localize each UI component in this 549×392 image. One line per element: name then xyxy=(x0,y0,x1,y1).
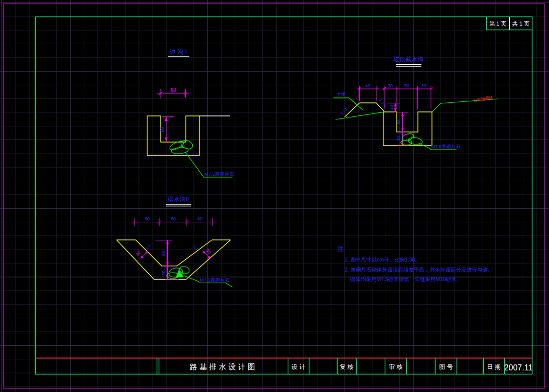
note-item-2: 2. 浆砌片石砌体外露顶面须整平面，其余外露部分应进行勾缝。 xyxy=(345,267,493,273)
dim-freeboard: 20 xyxy=(387,103,400,112)
svg-text:60: 60 xyxy=(171,216,176,221)
channel-section xyxy=(383,112,432,146)
date-label: 日 期 xyxy=(487,363,500,370)
dim-base-value: 30 xyxy=(396,136,401,141)
material-label: M7.5浆砌片石 xyxy=(431,144,461,149)
dim-depth-base: 60 30 xyxy=(155,240,179,280)
material-leader xyxy=(418,143,431,149)
drawing-no-label: 图 号 xyxy=(439,363,453,370)
svg-text:30: 30 xyxy=(135,250,142,257)
dim-wall-left: 30 xyxy=(388,83,393,88)
dim-top-row: 60 60 60 xyxy=(132,216,215,226)
dim-bank-top: 40 xyxy=(365,83,370,88)
date-value: 2007.11 xyxy=(504,363,533,372)
slope-label-right: 1:1 xyxy=(192,244,199,252)
dim-width-value: 60 xyxy=(170,87,176,93)
dim-lining-right: 30 xyxy=(203,248,212,258)
material-leader xyxy=(184,276,199,282)
svg-text:20: 20 xyxy=(389,105,394,110)
dim-opening: 50 xyxy=(404,83,409,88)
dim-wall-right: 30 xyxy=(421,83,426,88)
notes-heading: 注 xyxy=(338,245,344,252)
dim-depth: 60 xyxy=(160,117,174,142)
review-label: 复 核 xyxy=(340,363,353,370)
svg-text:60: 60 xyxy=(197,216,202,221)
side-ditch-title: 边 沟 I xyxy=(170,48,187,55)
note-item-1: 1. 图中尺寸以cm计，比例1:30。 xyxy=(345,256,420,263)
audit-label: 审 核 xyxy=(389,363,402,370)
drain-title: 排水沟II xyxy=(168,196,189,203)
material-label: M7.5浆砌片石 xyxy=(204,171,235,177)
inner-frame xyxy=(36,17,532,374)
material-leader-tail xyxy=(226,283,233,288)
design-label: 设 计 xyxy=(291,363,305,370)
bank-label-leader xyxy=(349,98,363,110)
channel-outer xyxy=(117,240,231,280)
sheet-frame xyxy=(4,4,545,388)
ground-line-right xyxy=(432,99,498,112)
material-label: M7.5浆砌片石 xyxy=(200,277,230,283)
page-total: 共 1 页 xyxy=(512,21,529,27)
drawing-intercepting-ditch: 坡顶截水沟 自然地面线 土埂 1:1.5 1:1.5 xyxy=(334,56,498,150)
rubble-symbol xyxy=(169,139,194,154)
svg-text:60: 60 xyxy=(145,216,150,221)
drawing-drain-ditch: 排水沟II 60 60 60 1:1 1:1 xyxy=(117,196,233,287)
cad-drawing-canvas: 第 1 页 共 1 页 边 沟 I 60 60 xyxy=(0,0,549,392)
drawing-side-ditch: 边 沟 I 60 60 M7.5 xyxy=(147,48,235,177)
dim-depth-value: 50 xyxy=(396,119,401,124)
dim-top-width: 60 xyxy=(157,87,189,98)
dim-lining-left: 30 xyxy=(135,250,148,258)
sheet-title: 路 基 排 水 设 计 图 xyxy=(190,362,255,371)
dim-depth-value: 60 xyxy=(161,251,166,256)
page-number-box: 第 1 页 共 1 页 xyxy=(487,17,532,30)
dim-base-value: 30 xyxy=(161,271,166,276)
intercept-title: 坡顶截水沟 xyxy=(393,56,423,63)
note-item-3: 砌体均采用M7.5砂浆砌筑，勾缝采用M10砂浆。 xyxy=(350,276,462,282)
title-bar: 路 基 排 水 设 计 图 设 计 复 核 审 核 图 号 日 期 2007.1… xyxy=(36,358,532,374)
earth-bank-label: 土埂 xyxy=(337,92,346,97)
notes-block: 注 1. 图中尺寸以cm计，比例1:30。 2. 浆砌片石砌体外露顶面须整平面，… xyxy=(338,245,493,282)
dim-depth-value: 60 xyxy=(160,126,165,133)
outer-border xyxy=(4,4,545,388)
ground-line-label: 自然地面线 xyxy=(473,95,493,103)
page-current: 第 1 页 xyxy=(489,21,506,27)
